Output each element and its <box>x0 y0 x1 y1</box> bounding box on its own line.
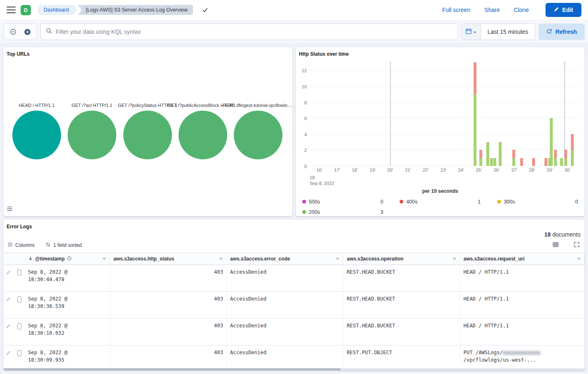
bar-segment-200s[interactable] <box>560 158 563 166</box>
cell-request-uri[interactable]: HEAD / HTTP/1.1 <box>460 265 585 291</box>
bar-segment-200s[interactable] <box>571 150 574 166</box>
bar-segment-400s[interactable] <box>571 134 574 150</box>
top-urls-chart[interactable]: HEAD / HTTP/1.1GET /?acl HTTP/1.1GET /?p… <box>3 57 292 215</box>
column-header-operation[interactable]: aws.s3access.operation <box>343 253 460 265</box>
column-header-error-code[interactable]: aws.s3access.error_code <box>227 253 343 265</box>
pie-slice[interactable] <box>179 111 227 159</box>
bar-segment-400s[interactable] <box>513 150 515 158</box>
expand-row-icon[interactable] <box>3 346 14 370</box>
column-chevron-icon[interactable] <box>577 256 581 262</box>
pie-chart[interactable]: GET /?publicAccessBlock HTTP/1.1 <box>179 111 227 159</box>
hamburger-menu-icon[interactable] <box>7 6 16 14</box>
edit-button[interactable]: Edit <box>546 3 581 17</box>
bar-segment-400s[interactable] <box>473 62 476 94</box>
row-checkbox[interactable] <box>17 350 21 356</box>
bar-stack[interactable] <box>564 150 567 166</box>
cell-timestamp[interactable]: Sep 8, 2022 @ 18:30:44.478 <box>25 265 110 291</box>
bar-stack[interactable] <box>520 158 523 166</box>
sort-fields-button[interactable]: 1 field sorted <box>45 242 82 249</box>
cell-error-code[interactable]: AccessDenied <box>227 292 343 318</box>
bar-segment-200s[interactable] <box>473 94 476 166</box>
bar-stack[interactable] <box>486 142 489 166</box>
cell-operation[interactable]: REST.HEAD.BUCKET <box>343 319 460 345</box>
table-row[interactable]: Sep 8, 2022 @ 18:30:44.478403AccessDenie… <box>3 265 585 292</box>
plus-in-circle-icon[interactable] <box>20 25 35 39</box>
bar-segment-200s[interactable] <box>564 158 567 166</box>
share-button[interactable]: Share <box>485 7 500 13</box>
pie-chart[interactable]: HEAD / HTTP/1.1 <box>12 111 61 159</box>
legend-item[interactable]: 200s3 <box>302 209 383 215</box>
bar-stack[interactable] <box>493 158 496 166</box>
cell-operation[interactable]: REST.PUT.OBJECT <box>343 346 460 370</box>
expand-row-icon[interactable] <box>3 319 14 345</box>
cell-timestamp[interactable]: Sep 8, 2022 @ 18:30:09.935 <box>25 346 110 370</box>
bar-segment-200s[interactable] <box>550 118 553 166</box>
cell-http-status[interactable]: 403 <box>110 346 227 370</box>
bar-stack[interactable] <box>550 118 553 166</box>
row-checkbox[interactable] <box>17 323 21 329</box>
pie-chart[interactable]: GET /?acl HTTP/1.1 <box>68 111 116 159</box>
pie-slice[interactable] <box>68 111 116 159</box>
cell-request-uri[interactable]: HEAD / HTTP/1.1 <box>460 319 585 345</box>
bar-stack[interactable] <box>571 134 574 166</box>
bar-segment-200s[interactable] <box>480 158 482 166</box>
column-header-request-uri[interactable]: aws.s3access.request_uri <box>460 253 585 265</box>
bar-stack[interactable] <box>480 150 482 166</box>
expand-row-icon[interactable] <box>3 292 14 318</box>
bar-segment-200s[interactable] <box>513 158 515 166</box>
time-range-button[interactable]: Last 15 minutes <box>481 24 535 40</box>
table-row[interactable]: Sep 8, 2022 @ 18:30:10.032403AccessDenie… <box>3 319 585 346</box>
bar-segment-400s[interactable] <box>532 158 535 166</box>
horizontal-scrollbar[interactable] <box>3 368 585 370</box>
bar-segment-200s[interactable] <box>486 142 489 166</box>
display-options-icon[interactable] <box>552 241 560 250</box>
full-screen-button[interactable]: Full screen <box>442 7 470 13</box>
http-status-chart[interactable] <box>310 61 580 166</box>
refresh-button[interactable]: Refresh <box>539 24 585 40</box>
pie-slice[interactable] <box>12 111 61 159</box>
column-chevron-icon[interactable] <box>452 256 456 262</box>
cell-http-status[interactable]: 403 <box>110 292 227 318</box>
bar-stack[interactable] <box>554 150 557 166</box>
pie-chart[interactable]: HEAD /flingest-tutorial-vpcflowlogs HTT <box>234 111 282 159</box>
cell-http-status[interactable]: 403 <box>110 265 227 291</box>
bar-segment-200s[interactable] <box>499 142 501 166</box>
row-checkbox[interactable] <box>17 296 21 303</box>
scrollbar-thumb[interactable] <box>3 368 341 370</box>
clone-button[interactable]: Clone <box>514 7 529 13</box>
cell-http-status[interactable]: 403 <box>110 319 227 345</box>
calendar-button[interactable] <box>462 24 481 40</box>
cell-error-code[interactable]: AccessDenied <box>227 346 343 370</box>
bar-stack[interactable] <box>473 62 476 166</box>
space-avatar[interactable]: D <box>21 5 31 15</box>
expand-row-icon[interactable] <box>3 265 14 291</box>
breadcrumb-dashboard[interactable]: Dashboard <box>38 5 77 15</box>
bar-segment-400s[interactable] <box>480 150 482 158</box>
cell-error-code[interactable]: AccessDenied <box>227 319 343 345</box>
cell-operation[interactable]: REST.HEAD.BUCKET <box>343 265 460 291</box>
cell-operation[interactable]: REST.HEAD.BUCKET <box>343 292 460 318</box>
table-row[interactable]: Sep 8, 2022 @ 18:30:09.935403AccessDenie… <box>3 346 585 370</box>
bar-segment-400s[interactable] <box>520 158 523 166</box>
bar-stack[interactable] <box>513 150 515 166</box>
column-header-timestamp[interactable]: @timestamp <box>25 253 110 265</box>
column-chevron-icon[interactable] <box>102 256 106 262</box>
bar-stack[interactable] <box>499 142 501 166</box>
column-chevron-icon[interactable] <box>336 256 340 262</box>
bar-segment-200s[interactable] <box>554 158 557 166</box>
bar-stack[interactable] <box>560 158 563 166</box>
column-chevron-icon[interactable] <box>219 256 223 262</box>
row-checkbox[interactable] <box>17 270 21 276</box>
cell-request-uri[interactable]: HEAD / HTTP/1.1 <box>460 292 585 318</box>
column-header-http-status[interactable]: aws.s3access.http_status <box>110 253 227 265</box>
legend-item[interactable]: 300s0 <box>497 199 578 205</box>
search-input[interactable] <box>56 28 453 35</box>
cell-timestamp[interactable]: Sep 8, 2022 @ 18:30:36.539 <box>25 292 110 318</box>
legend-item[interactable]: 400s1 <box>400 199 480 205</box>
bar-segment-400s[interactable] <box>544 158 547 166</box>
pie-slice[interactable] <box>123 111 172 159</box>
legend-item[interactable]: 500s0 <box>302 199 383 205</box>
bar-segment-400s[interactable] <box>554 150 557 158</box>
cell-timestamp[interactable]: Sep 8, 2022 @ 18:30:10.032 <box>25 319 110 345</box>
cell-error-code[interactable]: AccessDenied <box>227 265 343 291</box>
